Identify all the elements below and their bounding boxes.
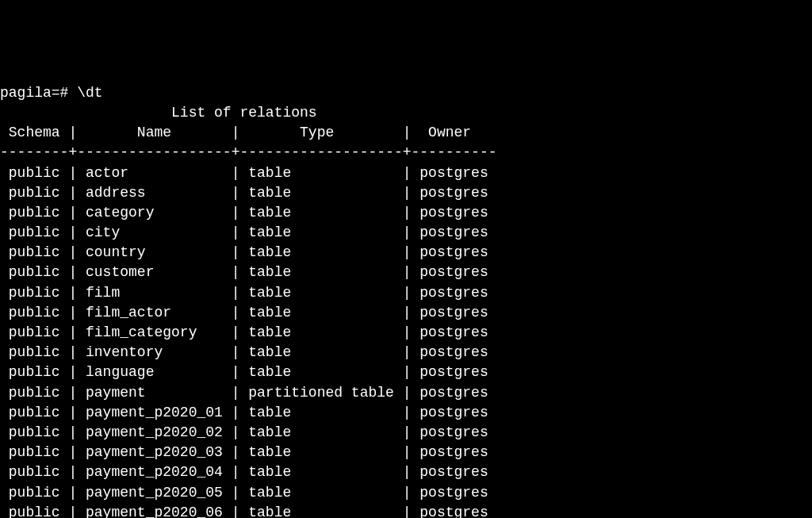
- terminal-output: pagila=# \dt List of relations Schema | …: [0, 83, 812, 518]
- table-separator: --------+------------------+------------…: [0, 144, 497, 160]
- command: \dt: [77, 85, 102, 101]
- table-body: public | actor | table | postgres public…: [0, 165, 488, 519]
- table-header: Schema | Name | Type | Owner: [0, 125, 497, 140]
- table-title: List of relations: [0, 105, 497, 121]
- prompt: pagila=#: [0, 85, 77, 101]
